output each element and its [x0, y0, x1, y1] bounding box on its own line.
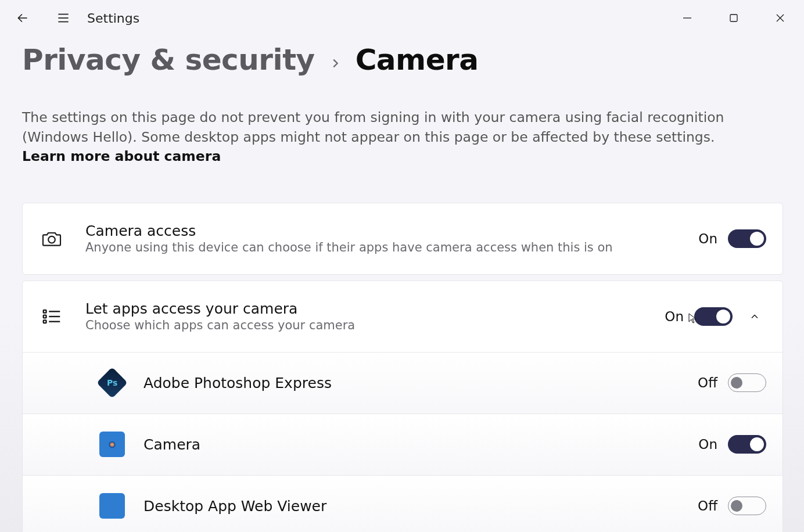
apps-access-state: On [665, 309, 684, 324]
svg-rect-4 [730, 15, 737, 21]
list-icon [39, 305, 64, 328]
svg-point-7 [48, 236, 55, 243]
close-button[interactable] [763, 6, 797, 30]
svg-rect-12 [44, 320, 46, 323]
apps-access-subtitle: Choose which apps can access your camera [85, 318, 665, 332]
app-toggle-photoshop[interactable] [728, 373, 766, 392]
app-toggle-webviewer[interactable] [728, 497, 766, 515]
maximize-button[interactable] [717, 6, 751, 30]
app-name: Adobe Photoshop Express [143, 375, 698, 391]
svg-rect-8 [44, 310, 46, 313]
minimize-button[interactable] [670, 6, 704, 30]
camera-icon [39, 227, 64, 250]
breadcrumb-parent[interactable]: Privacy & security [22, 43, 315, 77]
chevron-up-icon[interactable] [743, 311, 766, 322]
titlebar: Settings [0, 0, 804, 36]
app-name: Desktop App Web Viewer [143, 498, 698, 515]
camera-access-state: On [698, 231, 717, 246]
app-row-camera: Camera On [23, 414, 783, 475]
camera-access-title: Camera access [85, 222, 698, 239]
camera-access-subtitle: Anyone using this device can choose if t… [85, 240, 698, 254]
content-area: Privacy & security Camera The settings o… [0, 43, 804, 532]
learn-more-link[interactable]: Learn more about camera [22, 148, 221, 164]
app-row-webviewer: Desktop App Web Viewer Off [23, 475, 783, 532]
apps-access-header[interactable]: Let apps access your camera Choose which… [23, 281, 783, 352]
chevron-right-icon [329, 43, 342, 77]
photoshop-icon: Ps [96, 367, 128, 398]
camera-access-toggle[interactable] [728, 229, 766, 248]
hamburger-menu-icon[interactable] [48, 4, 79, 32]
app-state: Off [698, 498, 717, 513]
back-button[interactable] [7, 4, 38, 32]
breadcrumb: Privacy & security Camera [22, 43, 804, 77]
svg-rect-10 [44, 315, 46, 318]
camera-app-icon [99, 432, 125, 457]
app-title: Settings [87, 11, 139, 26]
breadcrumb-current: Camera [356, 43, 479, 77]
apps-access-title: Let apps access your camera [85, 300, 665, 317]
camera-access-card: Camera access Anyone using this device c… [22, 203, 783, 275]
description-text: The settings on this page do not prevent… [22, 109, 724, 145]
webviewer-icon [99, 493, 125, 519]
app-toggle-camera[interactable] [728, 435, 766, 454]
app-row-photoshop: Ps Adobe Photoshop Express Off [23, 352, 783, 414]
app-state: On [698, 437, 717, 452]
svg-point-17 [111, 444, 113, 445]
app-name: Camera [143, 436, 698, 453]
apps-access-card: Let apps access your camera Choose which… [22, 281, 783, 532]
page-description: The settings on this page do not prevent… [22, 108, 754, 167]
apps-access-toggle[interactable] [694, 307, 733, 326]
app-state: Off [698, 375, 717, 390]
